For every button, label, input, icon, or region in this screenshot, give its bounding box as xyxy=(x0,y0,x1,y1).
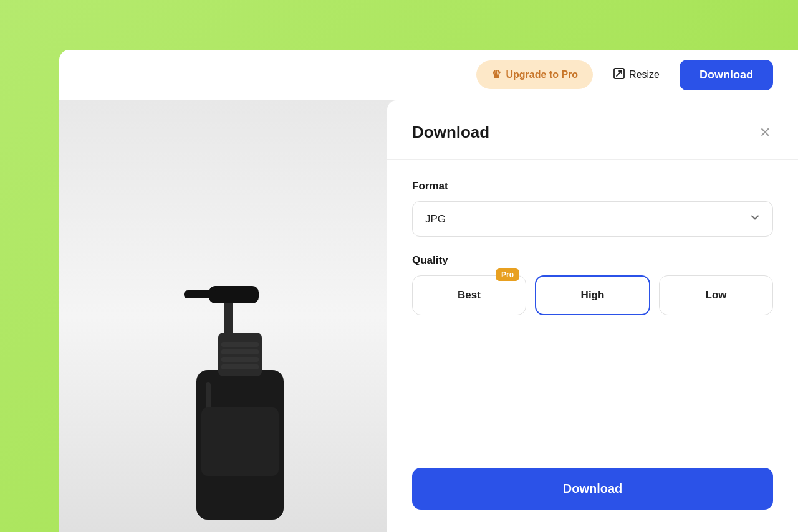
resize-button[interactable]: Resize xyxy=(603,62,670,88)
top-bar: ♛ Upgrade to Pro Resize Download xyxy=(59,50,798,100)
canvas-area xyxy=(59,100,421,532)
upgrade-label: Upgrade to Pro xyxy=(506,69,579,80)
download-panel: Download ✕ Format JPG PNG WEBP PDF xyxy=(387,100,798,532)
panel-title: Download xyxy=(412,123,489,142)
quality-section: Quality Pro Best High Low xyxy=(412,254,773,315)
quality-options: Pro Best High Low xyxy=(412,275,773,315)
pro-badge: Pro xyxy=(496,268,519,281)
svg-rect-11 xyxy=(221,364,259,369)
svg-rect-10 xyxy=(221,357,259,362)
close-button[interactable]: ✕ xyxy=(757,123,773,142)
panel-body: Format JPG PNG WEBP PDF Quality xyxy=(387,160,798,468)
product-image xyxy=(59,100,421,532)
format-select[interactable]: JPG PNG WEBP PDF xyxy=(412,201,773,237)
bottle-illustration xyxy=(171,270,309,532)
quality-best-label: Best xyxy=(458,289,481,301)
crown-icon: ♛ xyxy=(491,68,501,82)
format-label: Format xyxy=(412,180,773,192)
resize-label: Resize xyxy=(629,69,660,80)
download-action-label: Download xyxy=(563,482,623,495)
quality-low-label: Low xyxy=(706,289,727,301)
quality-best-button[interactable]: Pro Best xyxy=(412,275,526,315)
svg-rect-7 xyxy=(201,407,279,476)
svg-rect-5 xyxy=(184,290,218,298)
format-section: Format JPG PNG WEBP PDF xyxy=(412,180,773,237)
format-select-wrapper: JPG PNG WEBP PDF xyxy=(412,201,773,237)
quality-label: Quality xyxy=(412,254,773,267)
panel-header: Download ✕ xyxy=(387,100,798,160)
upgrade-to-pro-button[interactable]: ♛ Upgrade to Pro xyxy=(476,60,594,89)
close-icon: ✕ xyxy=(759,125,771,140)
quality-low-button[interactable]: Low xyxy=(659,275,773,315)
header-download-button[interactable]: Download xyxy=(680,60,773,90)
app-container: ♛ Upgrade to Pro Resize Download xyxy=(59,50,798,532)
quality-high-label: High xyxy=(581,289,605,301)
svg-rect-9 xyxy=(221,349,259,354)
resize-icon xyxy=(613,67,625,83)
svg-rect-8 xyxy=(221,342,259,347)
download-action-button[interactable]: Download xyxy=(412,468,773,510)
quality-high-button[interactable]: High xyxy=(535,275,650,315)
panel-footer: Download xyxy=(387,468,798,532)
